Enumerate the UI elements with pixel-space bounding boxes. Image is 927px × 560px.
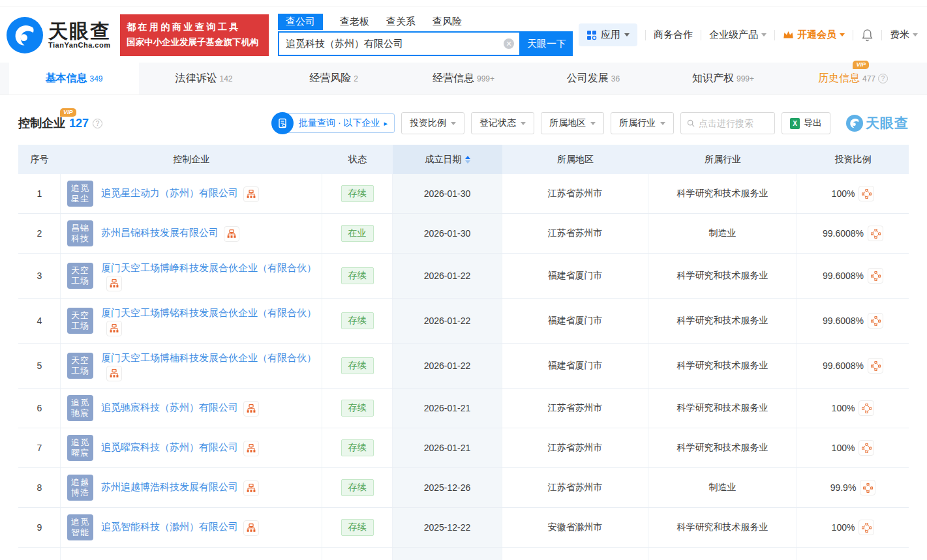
tab-count: 999+ [477,74,494,83]
tab-intellectual-property[interactable]: 知识产权 999+ [658,63,788,95]
equity-structure-icon[interactable] [243,186,259,202]
company-name-link[interactable]: 追觅智能科技（滁州）有限公司 [101,521,238,532]
tab-basic-info[interactable]: 基本信息 349 [9,63,139,95]
vip-badge: VIP [853,61,869,69]
equity-structure-icon[interactable] [106,321,122,336]
cell-company: 追觅 智能 追觅智能科技（滁州）有限公司 [61,508,322,547]
equity-structure-icon[interactable] [243,401,259,417]
clear-search-icon[interactable]: ✕ [504,38,514,49]
company-avatar[interactable]: 天空 工场 [67,263,93,289]
search-tab-boss[interactable]: 查老板 [340,14,369,30]
export-button[interactable]: X 导出 [782,112,830,134]
nav-user-menu[interactable]: 费米 [890,29,918,41]
help-icon[interactable]: ? [878,74,888,83]
table-row: 9 追觅 智能 追觅智能科技（滁州）有限公司 存续 2025-12-22 安徽省… [18,508,909,548]
search-tab-relation[interactable]: 查关系 [386,14,416,30]
tab-legal-litigation[interactable]: 法律诉讼 142 [139,63,269,95]
equity-structure-icon[interactable] [243,520,259,536]
cell-row-number: 8 [18,468,61,507]
company-avatar[interactable]: 追觅 驰宸 [67,395,93,421]
tab-history-info[interactable]: VIP 历史信息 477 ? [788,63,918,95]
nav-open-vip[interactable]: 开通会员 [783,29,845,41]
cell-status: 存续 [322,254,393,298]
notification-bell-icon[interactable] [861,29,874,42]
equity-penetration-icon[interactable] [868,313,883,329]
avatar-line2: 科技 [71,233,89,244]
batch-query-button[interactable]: 批量查询 · 以下企业 ▸ [282,113,395,133]
avatar-line1: 昌锦 [71,223,89,233]
cell-region: 福建省厦门市 [502,344,648,388]
search-tab-company[interactable]: 查公司 [278,14,323,30]
search-input[interactable] [286,38,504,50]
nav-divider [853,30,853,40]
column-header-industry: 所属行业 [648,145,797,174]
equity-penetration-icon[interactable] [860,480,875,495]
company-name-link[interactable]: 追觅曜宸科技（苏州）有限公司 [101,441,238,452]
status-badge: 存续 [341,439,374,456]
filter-industry[interactable]: 所属行业 [611,112,674,134]
table-toolbar: 批量查询 · 以下企业 ▸ 投资比例 登记状态 所属地区 所属行业 X [271,112,909,134]
company-avatar[interactable]: 天空 工场 [67,308,93,334]
search-tab-risk[interactable]: 查风险 [433,14,462,30]
equity-penetration-icon[interactable] [859,186,874,201]
company-name-link[interactable]: 厦门天空工场博楠科技发展合伙企业（有限合伙） [101,352,316,363]
company-avatar[interactable]: 追觅 智能 [67,514,93,540]
cell-investment-ratio: 100% [797,508,909,547]
nav-enterprise[interactable]: 企业级产品 [709,29,767,41]
equity-structure-icon[interactable] [224,226,239,242]
company-avatar[interactable]: 追觅 星尘 [67,181,93,207]
help-icon[interactable]: ? [93,119,102,128]
status-badge: 存续 [341,400,374,417]
cell-industry: 制造业 [648,214,797,253]
controlled-enterprises-header: 控制企业 VIP 127 ? 批量查询 · 以下企业 ▸ 投资比例 登记状态 [0,95,927,145]
sort-icon[interactable] [465,156,470,164]
cell-status [322,548,393,560]
avatar-line2: 曜宸 [71,448,89,458]
cell-region: 江苏省苏州市 [502,174,648,213]
equity-penetration-icon[interactable] [859,440,874,456]
equity-structure-icon[interactable] [106,276,122,291]
nav-apps[interactable]: 应用 [579,23,637,46]
tab-operation-risk[interactable]: 经营风险 2 [269,63,399,95]
tab-company-development[interactable]: 公司发展 36 [528,63,658,95]
cell-company: 天空 工场 厦门天空工场博峥科技发展合伙企业（有限合伙） [61,254,322,298]
filter-registration-status[interactable]: 登记状态 [471,112,534,134]
company-avatar[interactable]: 天空 工场 [67,353,93,379]
company-name-link[interactable]: 追觅星尘动力（苏州）有限公司 [101,187,238,198]
equity-structure-icon[interactable] [243,480,259,496]
tianyancha-logo[interactable]: 天眼查 TianYanCha.com [7,17,111,53]
company-name-link[interactable]: 苏州追越博浩科技发展有限公司 [101,481,238,492]
logo-text: 天眼查 TianYanCha.com [48,22,111,49]
table-search-input[interactable] [699,118,768,128]
filter-region[interactable]: 所属地区 [541,112,604,134]
tab-label: 历史信息 [818,72,860,83]
equity-structure-icon[interactable] [243,441,259,456]
company-avatar[interactable]: 追觅 曜宸 [67,435,93,461]
company-avatar[interactable]: 追越 博浩 [67,475,93,501]
equity-penetration-icon[interactable] [859,400,874,416]
avatar-line2: 智能 [71,527,89,538]
company-name-link[interactable]: 追觅驰宸科技（苏州）有限公司 [101,402,238,413]
company-name-link[interactable]: 苏州昌锦科技发展有限公司 [101,227,219,238]
tab-business-info[interactable]: 经营信息 999+ [399,63,528,95]
company-name-link[interactable]: 厦门天空工场博铭科技发展合伙企业（有限合伙） [101,307,316,318]
filter-investment-ratio[interactable]: 投资比例 [401,112,464,134]
column-header-established-date[interactable]: 成立日期 [393,145,502,174]
nav-cooperation[interactable]: 商务合作 [654,29,693,41]
company-avatar[interactable]: 昌锦 科技 [67,220,93,246]
tab-label: 经营信息 [433,72,474,85]
equity-penetration-icon[interactable] [859,520,874,535]
cell-established-date: 2026-01-22 [393,254,502,298]
table-search-box [680,112,775,134]
cell-established-date: 2026-01-22 [393,299,502,343]
company-name-link[interactable]: 厦门天空工场博峥科技发展合伙企业（有限合伙） [101,262,316,273]
equity-penetration-icon[interactable] [868,358,883,374]
cell-region: 江苏省苏州市 [502,389,648,428]
search-button[interactable]: 天眼一下 [521,31,573,56]
equity-penetration-icon[interactable] [868,268,883,284]
ratio-value: 99.6008% [823,316,864,326]
equity-penetration-icon[interactable] [868,226,883,241]
cell-company: 追觅 曜宸 追觅曜宸科技（苏州）有限公司 [61,428,322,467]
cell-established-date: 2025-12-26 [393,468,502,507]
equity-structure-icon[interactable] [106,366,122,381]
